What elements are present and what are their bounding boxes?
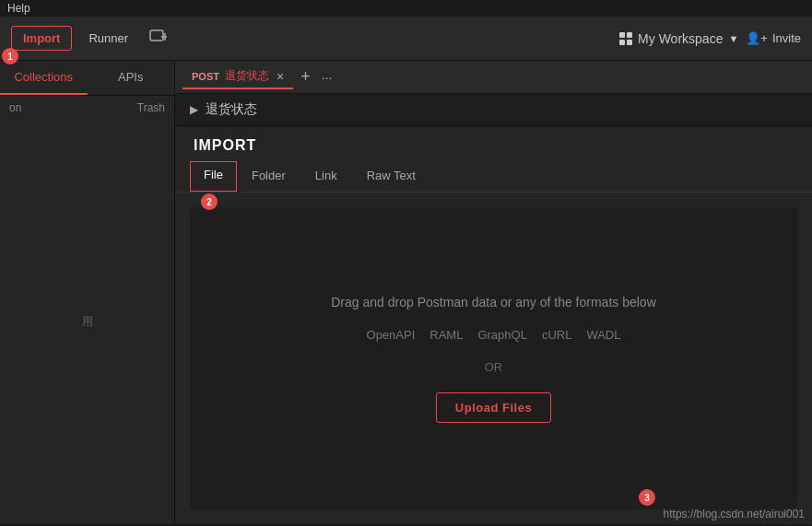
drop-text: Drag and drop Postman data or any of the… [331,295,656,310]
import-panel: IMPORT File Folder Link Raw Text Drag an… [175,126,812,524]
format-openapi: OpenAPI [367,328,416,342]
workspace-label: My Workspace [638,31,723,46]
expand-chevron-icon[interactable]: ▶ [190,103,198,116]
help-menu[interactable]: Help [7,2,30,15]
import-tabs: File Folder Link Raw Text [175,161,812,193]
workspace-grid-icon [619,32,632,45]
tab-name: 退货状态 [225,68,269,84]
sidebar-tab-apis[interactable]: APIs [88,61,175,95]
svg-rect-0 [150,30,163,41]
import-tab-link[interactable]: Link [300,161,352,192]
format-raml: RAML [430,328,463,342]
invite-user-icon: 👤+ [746,31,768,45]
tab-close-button[interactable]: × [277,69,284,84]
sidebar-empty-label: 用 [0,120,174,524]
request-path-name: 退货状态 [206,101,257,118]
import-title: IMPORT [175,126,812,161]
invite-button[interactable]: 👤+ Invite [746,31,801,45]
toolbar: Import Runner My Workspace ▼ 👤+ Invite [0,17,812,61]
annotation-badge-3: 3 [639,489,655,506]
sidebar-sub-tabs: on Trash [0,96,174,120]
sidebar: Collections APIs on Trash 用 [0,61,175,524]
import-tab-file[interactable]: File [190,161,237,192]
content-area: POST 退货状态 × + ··· ▶ 退货状态 IMPORT File Fol… [175,61,812,524]
annotation-badge-1: 1 [2,48,18,64]
upload-files-button[interactable]: Upload Files [436,392,551,423]
import-tab-folder[interactable]: Folder [237,161,300,192]
menu-bar: Help [0,0,812,17]
format-tags: OpenAPI RAML GraphQL cURL WADL [367,328,621,342]
tab-add-button[interactable]: + [297,67,314,87]
tab-bar: POST 退货状态 × + ··· [175,61,812,94]
tab-method-label: POST [192,71,219,82]
format-curl: cURL [542,328,572,342]
new-tab-icon-button[interactable] [145,25,172,52]
import-button[interactable]: Import [11,26,72,51]
format-graphql: GraphQL [477,328,526,342]
request-path-bar: ▶ 退货状态 [175,94,812,126]
sidebar-filter-all[interactable]: on [9,101,21,114]
bottom-url: https://blog.csdn.net/airui001 [664,508,805,520]
annotation-badge-2: 2 [201,193,218,210]
main-layout: Collections APIs on Trash 用 POST 退货状态 × … [0,61,812,524]
tab-more-button[interactable]: ··· [318,70,336,85]
sidebar-tab-collections[interactable]: Collections [0,61,88,95]
invite-label: Invite [772,31,801,45]
tab-item-request[interactable]: POST 退货状态 × [182,64,293,89]
format-wadl: WADL [586,328,620,342]
or-divider: OR [485,360,503,374]
sidebar-tabs: Collections APIs [0,61,174,96]
workspace-dropdown-icon: ▼ [728,33,738,44]
sidebar-trash[interactable]: Trash [137,101,165,114]
import-tab-rawtext[interactable]: Raw Text [352,161,430,192]
runner-button[interactable]: Runner [79,27,137,50]
workspace-button[interactable]: My Workspace ▼ [619,31,738,46]
drop-zone: Drag and drop Postman data or any of the… [190,207,797,509]
